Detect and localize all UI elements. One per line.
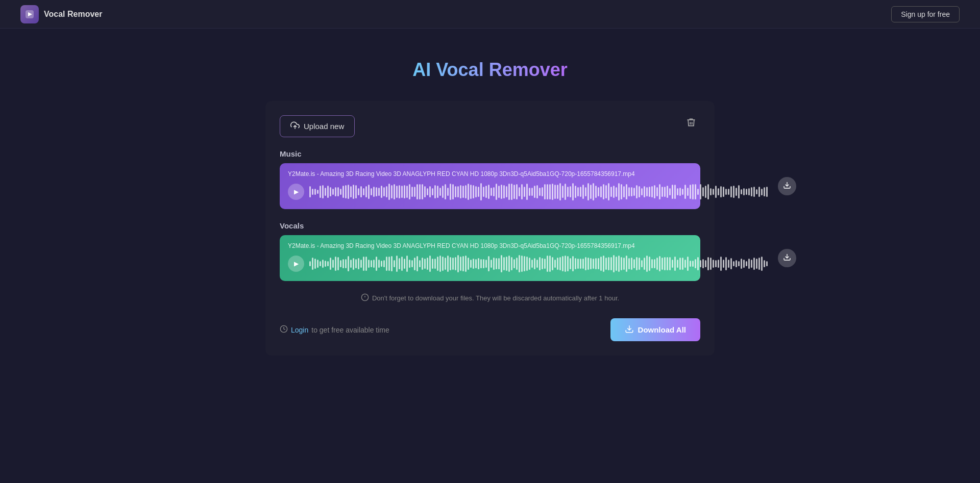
waveform-bar: [595, 258, 597, 269]
waveform-bar: [695, 259, 696, 269]
waveform-bar: [327, 186, 329, 198]
waveform-bar: [524, 256, 525, 271]
waveform-bar: [460, 257, 461, 270]
waveform-bar: [483, 259, 484, 269]
waveform-bar: [529, 188, 530, 196]
waveform-bar: [567, 187, 569, 196]
waveform-bar: [447, 188, 449, 196]
waveform-bar: [386, 257, 387, 271]
waveform-bar: [585, 187, 586, 196]
vocals-waveform: [309, 253, 768, 274]
waveform-bar: [524, 187, 525, 197]
waveform-bar: [330, 258, 331, 270]
download-all-button[interactable]: Download All: [610, 318, 700, 341]
waveform-bar: [644, 258, 645, 269]
waveform-bar: [542, 187, 543, 196]
waveform-bar: [562, 256, 564, 271]
waveform-bar: [758, 258, 760, 269]
waveform-bar: [491, 188, 492, 196]
waveform-bar: [621, 184, 622, 199]
waveform-bar: [536, 260, 538, 268]
waveform-bar: [422, 258, 423, 270]
waveform-bar: [411, 187, 413, 197]
notice-message: Don't forget to download your files. The…: [372, 294, 619, 302]
waveform-bar: [633, 188, 635, 196]
waveform-bar: [679, 188, 681, 196]
waveform-bar: [761, 189, 763, 195]
waveform-bar: [654, 185, 655, 199]
waveform-bar: [365, 257, 367, 271]
main-card: Upload new Music Y2Mate.is - Amazing 3D …: [265, 101, 715, 355]
waveform-bar: [434, 185, 436, 198]
waveform-bar: [450, 184, 451, 200]
waveform-bar: [519, 187, 520, 196]
waveform-bar: [677, 188, 678, 195]
waveform-bar: [544, 259, 546, 268]
waveform-bar: [544, 184, 546, 199]
waveform-bar: [396, 256, 398, 272]
music-play-button[interactable]: ▶: [288, 184, 304, 200]
music-download-button[interactable]: [778, 177, 796, 195]
waveform-bar: [342, 259, 344, 268]
waveform-bar: [501, 185, 502, 198]
waveform-bar: [756, 259, 757, 268]
waveform-bar: [728, 189, 729, 195]
waveform-bar: [345, 185, 347, 198]
waveform-bar: [483, 187, 484, 197]
waveform-bar: [748, 188, 750, 195]
waveform-bar: [618, 256, 620, 272]
app-header: Vocal Remover Sign up for free: [0, 0, 980, 29]
waveform-bar: [503, 257, 505, 270]
vocals-play-button[interactable]: ▶: [288, 256, 304, 272]
music-filename: Y2Mate.is - Amazing 3D Racing Video 3D A…: [288, 170, 635, 177]
waveform-bar: [659, 256, 660, 271]
waveform-bar: [605, 258, 607, 270]
waveform-bar: [445, 258, 446, 270]
waveform-bar: [690, 185, 691, 199]
waveform-bar: [641, 188, 643, 195]
waveform-bar: [702, 187, 704, 196]
waveform-bar: [720, 257, 722, 270]
waveform-bar: [687, 257, 689, 271]
signup-button[interactable]: Sign up for free: [891, 6, 960, 22]
waveform-bar: [570, 186, 571, 197]
waveform-bar: [649, 187, 650, 197]
waveform-bar: [450, 257, 451, 271]
waveform-bar: [633, 259, 635, 268]
waveform-bar: [639, 258, 640, 270]
notice-text: Don't forget to download your files. The…: [280, 293, 700, 303]
vocals-filename-row: Y2Mate.is - Amazing 3D Racing Video 3D A…: [288, 242, 635, 249]
waveform-bar: [360, 260, 362, 268]
info-icon: [361, 293, 369, 303]
waveform-bar: [743, 188, 745, 195]
vocals-download-button[interactable]: [778, 249, 796, 267]
waveform-bar: [429, 186, 431, 198]
waveform-bar: [565, 184, 566, 200]
waveform-bar: [462, 256, 464, 272]
waveform-bar: [603, 184, 604, 199]
waveform-bar: [582, 259, 584, 269]
waveform-bar: [616, 257, 617, 270]
waveform-bar: [350, 186, 352, 197]
delete-button[interactable]: [682, 115, 700, 132]
waveform-bar: [388, 257, 390, 271]
waveform-bar: [672, 260, 673, 268]
waveform-bar: [437, 257, 438, 271]
waveform-bar: [684, 185, 686, 199]
waveform-bar: [485, 186, 487, 197]
waveform-bar: [613, 186, 615, 198]
waveform-bar: [513, 185, 515, 199]
waveform-bar: [531, 260, 533, 268]
login-link[interactable]: Login: [291, 326, 308, 334]
upload-new-button[interactable]: Upload new: [280, 115, 355, 137]
waveform-bar: [743, 260, 745, 268]
waveform-bar: [386, 186, 387, 197]
waveform-bar: [667, 186, 668, 197]
waveform-bar: [741, 259, 742, 269]
waveform-bar: [610, 187, 612, 197]
waveform-bar: [432, 259, 433, 269]
waveform-bar: [567, 256, 569, 271]
main-content: AI Vocal Remover Upload new: [0, 29, 980, 376]
waveform-bar: [649, 257, 650, 270]
waveform-bar: [605, 185, 607, 198]
